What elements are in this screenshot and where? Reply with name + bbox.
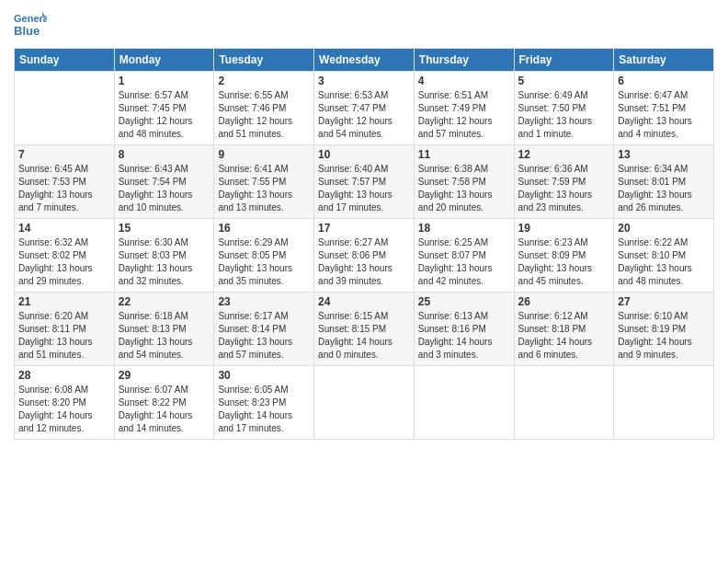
calendar-cell: 2Sunrise: 6:55 AMSunset: 7:46 PMDaylight… [214,72,314,145]
calendar-cell: 20Sunrise: 6:22 AMSunset: 8:10 PMDayligh… [614,219,714,293]
day-info: Sunrise: 6:20 AMSunset: 8:11 PMDaylight:… [18,310,110,362]
day-number: 1 [119,75,210,87]
calendar-cell: 3Sunrise: 6:53 AMSunset: 7:47 PMDaylight… [314,72,415,145]
calendar-cell: 1Sunrise: 6:57 AMSunset: 7:45 PMDaylight… [114,72,214,145]
day-header: Sunday [15,49,115,72]
day-number: 23 [218,295,310,308]
calendar-header-row: SundayMondayTuesdayWednesdayThursdayFrid… [15,49,714,72]
day-info: Sunrise: 6:15 AMSunset: 8:15 PMDaylight:… [318,310,410,362]
day-number: 17 [318,222,410,235]
calendar-cell: 11Sunrise: 6:38 AMSunset: 7:58 PMDayligh… [414,145,514,219]
day-header: Friday [514,49,614,72]
day-number: 24 [318,295,410,308]
day-info: Sunrise: 6:57 AMSunset: 7:45 PMDaylight:… [119,89,210,141]
calendar-cell: 16Sunrise: 6:29 AMSunset: 8:05 PMDayligh… [214,219,314,293]
day-number: 14 [18,222,110,235]
calendar-cell: 23Sunrise: 6:17 AMSunset: 8:14 PMDayligh… [214,293,314,366]
calendar-body: 1Sunrise: 6:57 AMSunset: 7:45 PMDaylight… [15,72,714,440]
day-header: Thursday [414,49,514,72]
logo-svg: General Blue [14,9,47,42]
day-info: Sunrise: 6:55 AMSunset: 7:46 PMDaylight:… [218,89,310,141]
logo-graphic: General Blue [14,9,47,42]
day-number: 21 [18,295,110,308]
day-number: 25 [418,295,510,308]
calendar-cell: 8Sunrise: 6:43 AMSunset: 7:54 PMDaylight… [114,145,214,219]
calendar-cell: 21Sunrise: 6:20 AMSunset: 8:11 PMDayligh… [15,293,115,366]
day-info: Sunrise: 6:45 AMSunset: 7:53 PMDaylight:… [18,163,110,214]
calendar-cell: 13Sunrise: 6:34 AMSunset: 8:01 PMDayligh… [614,145,714,219]
day-number: 15 [119,222,210,235]
day-info: Sunrise: 6:17 AMSunset: 8:14 PMDaylight:… [218,310,310,362]
calendar-week-row: 1Sunrise: 6:57 AMSunset: 7:45 PMDaylight… [15,72,714,145]
calendar-cell [414,366,514,440]
day-info: Sunrise: 6:43 AMSunset: 7:54 PMDaylight:… [119,163,210,214]
calendar-week-row: 14Sunrise: 6:32 AMSunset: 8:02 PMDayligh… [15,219,714,293]
day-info: Sunrise: 6:36 AMSunset: 7:59 PMDaylight:… [518,163,610,214]
day-number: 8 [119,148,210,161]
day-info: Sunrise: 6:32 AMSunset: 8:02 PMDaylight:… [18,236,110,288]
day-number: 10 [318,148,410,161]
day-info: Sunrise: 6:10 AMSunset: 8:19 PMDaylight:… [618,310,710,362]
day-number: 11 [418,148,510,161]
day-info: Sunrise: 6:27 AMSunset: 8:06 PMDaylight:… [318,236,410,288]
day-number: 16 [218,222,310,235]
day-number: 28 [18,369,110,382]
day-info: Sunrise: 6:25 AMSunset: 8:07 PMDaylight:… [418,236,510,288]
day-number: 20 [618,222,710,235]
day-number: 30 [218,369,310,382]
calendar-cell: 29Sunrise: 6:07 AMSunset: 8:22 PMDayligh… [114,366,214,440]
calendar-cell [314,366,415,440]
calendar-cell [15,72,115,145]
calendar-cell: 14Sunrise: 6:32 AMSunset: 8:02 PMDayligh… [15,219,115,293]
day-info: Sunrise: 6:18 AMSunset: 8:13 PMDaylight:… [119,310,210,362]
page-container: General Blue SundayMondayTuesdayWednesda… [0,0,728,449]
day-number: 13 [618,148,710,161]
day-info: Sunrise: 6:51 AMSunset: 7:49 PMDaylight:… [418,89,510,141]
calendar-cell: 12Sunrise: 6:36 AMSunset: 7:59 PMDayligh… [514,145,614,219]
day-info: Sunrise: 6:53 AMSunset: 7:47 PMDaylight:… [318,89,410,141]
day-header: Wednesday [314,49,415,72]
calendar-cell: 22Sunrise: 6:18 AMSunset: 8:13 PMDayligh… [114,293,214,366]
day-number: 2 [218,75,310,87]
calendar-cell: 15Sunrise: 6:30 AMSunset: 8:03 PMDayligh… [114,219,214,293]
day-number: 19 [518,222,610,235]
calendar-cell: 9Sunrise: 6:41 AMSunset: 7:55 PMDaylight… [214,145,314,219]
calendar-cell: 25Sunrise: 6:13 AMSunset: 8:16 PMDayligh… [414,293,514,366]
calendar-cell: 17Sunrise: 6:27 AMSunset: 8:06 PMDayligh… [314,219,415,293]
calendar-cell: 28Sunrise: 6:08 AMSunset: 8:20 PMDayligh… [15,366,115,440]
day-info: Sunrise: 6:07 AMSunset: 8:22 PMDaylight:… [119,384,210,435]
day-info: Sunrise: 6:22 AMSunset: 8:10 PMDaylight:… [618,236,710,288]
calendar-cell: 30Sunrise: 6:05 AMSunset: 8:23 PMDayligh… [214,366,314,440]
calendar-week-row: 21Sunrise: 6:20 AMSunset: 8:11 PMDayligh… [15,293,714,366]
day-info: Sunrise: 6:49 AMSunset: 7:50 PMDaylight:… [518,89,610,141]
calendar-cell [614,366,714,440]
calendar-cell: 5Sunrise: 6:49 AMSunset: 7:50 PMDaylight… [514,72,614,145]
calendar-week-row: 28Sunrise: 6:08 AMSunset: 8:20 PMDayligh… [15,366,714,440]
day-number: 7 [18,148,110,161]
day-header: Monday [114,49,214,72]
day-info: Sunrise: 6:34 AMSunset: 8:01 PMDaylight:… [618,163,710,214]
day-info: Sunrise: 6:05 AMSunset: 8:23 PMDaylight:… [218,384,310,435]
calendar-cell [514,366,614,440]
calendar-cell: 26Sunrise: 6:12 AMSunset: 8:18 PMDayligh… [514,293,614,366]
calendar-cell: 18Sunrise: 6:25 AMSunset: 8:07 PMDayligh… [414,219,514,293]
day-number: 5 [518,75,610,87]
svg-text:Blue: Blue [14,24,40,38]
calendar-cell: 6Sunrise: 6:47 AMSunset: 7:51 PMDaylight… [614,72,714,145]
day-number: 3 [318,75,410,87]
day-number: 6 [618,75,710,87]
header: General Blue [14,9,714,42]
day-info: Sunrise: 6:47 AMSunset: 7:51 PMDaylight:… [618,89,710,141]
day-number: 22 [119,295,210,308]
calendar-cell: 10Sunrise: 6:40 AMSunset: 7:57 PMDayligh… [314,145,415,219]
day-info: Sunrise: 6:08 AMSunset: 8:20 PMDaylight:… [18,384,110,435]
day-header: Saturday [614,49,714,72]
day-info: Sunrise: 6:12 AMSunset: 8:18 PMDaylight:… [518,310,610,362]
day-number: 12 [518,148,610,161]
svg-text:General: General [14,13,47,24]
day-number: 29 [119,369,210,382]
day-info: Sunrise: 6:30 AMSunset: 8:03 PMDaylight:… [119,236,210,288]
calendar-cell: 24Sunrise: 6:15 AMSunset: 8:15 PMDayligh… [314,293,415,366]
day-number: 18 [418,222,510,235]
calendar-cell: 19Sunrise: 6:23 AMSunset: 8:09 PMDayligh… [514,219,614,293]
